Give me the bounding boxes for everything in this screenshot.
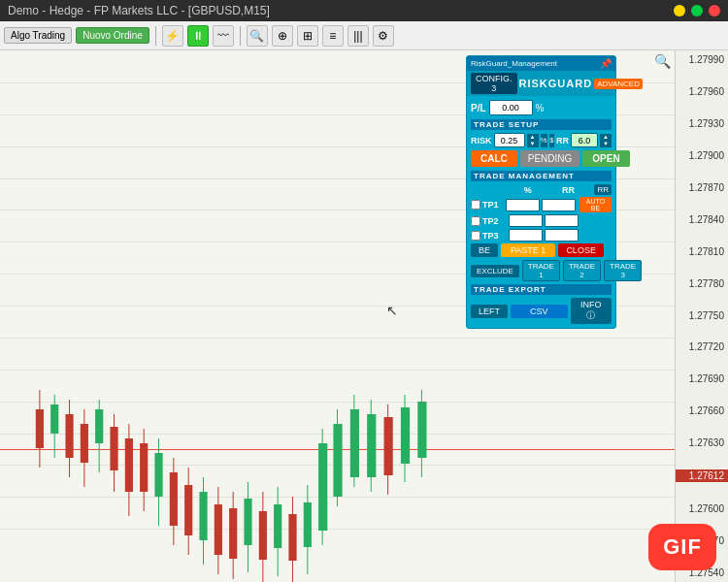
rr-down-btn[interactable]: ▼	[600, 141, 612, 147]
panel-body: P/L % TRADE SETUP RISK ▲ ▼ % $ RR	[467, 96, 615, 328]
chart-search-icon[interactable]: 🔍	[654, 53, 671, 69]
svg-rect-33	[274, 504, 281, 548]
exclude-row: EXCLUDE TRADE 1 TRADE 2 TRADE 3	[471, 260, 612, 281]
exclude-button[interactable]: EXCLUDE	[471, 265, 519, 277]
riskguard-panel: RiskGuard_Management 📌 CONFIG. 3 RISKGUA…	[466, 55, 616, 329]
tp1-rr-input[interactable]	[542, 199, 576, 211]
svg-rect-21	[184, 485, 192, 535]
zoom-out-icon[interactable]: 🔍	[247, 25, 268, 47]
pl-row: P/L %	[471, 100, 612, 115]
tp3-checkbox[interactable]	[471, 231, 480, 241]
price-1.27840: 1.27840	[676, 214, 728, 225]
tp2-rr-input[interactable]	[545, 214, 579, 227]
info-button[interactable]: INFO ⓘ	[571, 298, 612, 324]
sep1	[155, 26, 156, 46]
settings-icon[interactable]: ⚙	[373, 25, 394, 47]
tp2-checkbox[interactable]	[471, 216, 480, 226]
risk-pct-btn[interactable]: %	[541, 134, 547, 147]
tp1-checkbox[interactable]	[471, 200, 480, 210]
candles-icon[interactable]: |||	[347, 25, 369, 47]
rr-input[interactable]	[571, 133, 598, 147]
svg-rect-25	[215, 504, 222, 555]
svg-rect-47	[384, 417, 393, 475]
trade3-btn[interactable]: TRADE 3	[604, 260, 642, 281]
risk-up-btn[interactable]: ▲	[527, 134, 539, 141]
panel-title-label: RiskGuard_Management	[471, 59, 557, 68]
svg-rect-29	[244, 499, 251, 545]
panel-tabs: CONFIG. 3 RISKGUARD ADVANCED	[467, 71, 615, 96]
algo-trading-btn[interactable]: Algo Trading	[4, 27, 72, 44]
pl-input[interactable]	[489, 100, 533, 115]
minimize-btn[interactable]	[674, 5, 685, 16]
close-btn[interactable]	[709, 5, 720, 16]
csv-button[interactable]: CSV	[511, 305, 568, 318]
svg-rect-9	[95, 409, 103, 443]
window-title: Demo - Hedge - FP Markets LLC - [GBPUSD,…	[8, 4, 270, 17]
pl-unit: %	[536, 103, 545, 113]
svg-rect-7	[81, 424, 88, 463]
svg-rect-41	[333, 424, 342, 497]
toolbar: Algo Trading Nuovo Ordine ⚡ ⏸ 〰 🔍 ⊕ ⊞ ≡ …	[0, 21, 728, 50]
window-controls[interactable]	[674, 5, 720, 16]
tp3-rr-input[interactable]	[545, 229, 579, 242]
trade2-btn[interactable]: TRADE 2	[563, 260, 601, 281]
tp1-row: TP1 AUTO BE	[471, 197, 612, 212]
risk-dollar-btn[interactable]: $	[549, 134, 554, 147]
svg-rect-27	[229, 508, 237, 559]
price-1.27750: 1.27750	[676, 310, 728, 321]
risk-down-btn[interactable]: ▼	[527, 141, 539, 147]
nuovo-ordine-btn[interactable]: Nuovo Ordine	[76, 27, 149, 44]
gif-badge[interactable]: GIF	[648, 524, 716, 570]
be-button[interactable]: BE	[471, 243, 498, 257]
zoom-in-icon[interactable]: ⊕	[272, 25, 293, 47]
pending-button[interactable]: PENDING	[520, 150, 580, 167]
tp1-label: TP1	[482, 200, 504, 210]
tp2-pct-input[interactable]	[509, 214, 543, 227]
left-button[interactable]: LEFT	[471, 305, 508, 318]
svg-rect-11	[110, 427, 117, 470]
svg-rect-37	[304, 502, 312, 547]
auto-be-btn[interactable]: AUTO BE	[579, 197, 612, 212]
chart-area[interactable]: ↖ RiskGuard_Management 📌 CONFIG. 3 RISKG…	[0, 50, 675, 582]
panel-pin-icon[interactable]: 📌	[600, 58, 612, 69]
open-button[interactable]: OPEN	[582, 150, 629, 167]
paste-button[interactable]: PASTE 1	[501, 243, 555, 257]
advanced-badge[interactable]: ADVANCED	[594, 79, 643, 89]
price-1.27630: 1.27630	[676, 437, 728, 448]
maximize-btn[interactable]	[691, 5, 703, 16]
risk-updown[interactable]: ▲ ▼	[527, 134, 539, 147]
action-buttons: CALC PENDING OPEN	[471, 150, 612, 167]
trade-mgmt-header: % RR RR	[471, 184, 612, 195]
wave-icon[interactable]: 〰	[213, 25, 234, 47]
calc-button[interactable]: CALC	[471, 150, 517, 167]
tp2-label: TP2	[482, 216, 507, 226]
pause-icon[interactable]: ⏸	[187, 25, 209, 47]
rr-up-btn[interactable]: ▲	[600, 134, 612, 141]
title-bar: Demo - Hedge - FP Markets LLC - [GBPUSD,…	[0, 0, 728, 21]
price-1.27900: 1.27900	[676, 150, 728, 161]
svg-rect-49	[401, 407, 410, 464]
svg-rect-45	[367, 414, 376, 477]
config-tab[interactable]: CONFIG. 3	[471, 73, 517, 94]
pl-label: P/L	[471, 103, 486, 113]
svg-rect-31	[259, 511, 267, 560]
indicator-icon[interactable]: ⚡	[162, 25, 183, 47]
riskguard-title: RISKGUARD	[519, 78, 593, 89]
main-area: ↖ RiskGuard_Management 📌 CONFIG. 3 RISKG…	[0, 50, 728, 582]
trade1-btn[interactable]: TRADE 1	[522, 260, 560, 281]
bars-icon[interactable]: ≡	[322, 25, 344, 47]
risk-input[interactable]	[494, 133, 525, 147]
tp3-pct-input[interactable]	[509, 229, 543, 242]
close-trade-button[interactable]: CLOSE	[558, 243, 604, 257]
risk-row: RISK ▲ ▼ % $ RR ▲ ▼	[471, 133, 612, 147]
risk-label: RISK	[471, 136, 492, 146]
rr-updown[interactable]: ▲ ▼	[600, 134, 612, 147]
rr-badge: RR	[594, 184, 612, 195]
tp3-label: TP3	[482, 231, 507, 241]
tp1-pct-input[interactable]	[506, 199, 540, 211]
svg-rect-35	[288, 514, 296, 561]
svg-rect-23	[199, 492, 207, 540]
trade-export-label: TRADE EXPORT	[471, 284, 612, 295]
mouse-cursor: ↖	[386, 303, 398, 318]
grid-icon[interactable]: ⊞	[297, 25, 318, 47]
